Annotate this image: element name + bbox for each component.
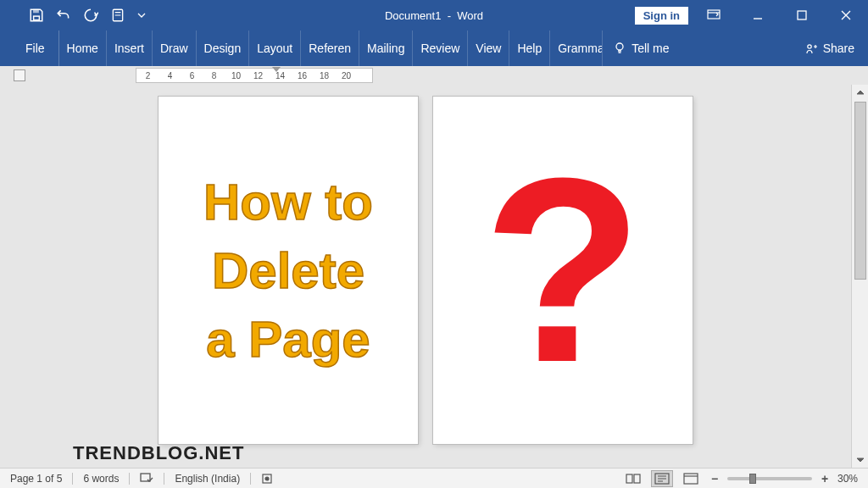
word-count[interactable]: 6 words [73,469,129,488]
ruler-marks: 2 4 6 8 10 12 14 16 18 20 [142,71,353,80]
undo-icon[interactable] [56,8,71,23]
scroll-thumb[interactable] [854,102,866,280]
web-layout-button[interactable] [680,470,702,487]
title-bar: Document1 - Word Sign in [0,0,868,30]
page1-line2: Delete [203,244,373,297]
zoom-in-button[interactable]: + [819,472,831,485]
horizontal-ruler[interactable]: 2 4 6 8 10 12 14 16 18 20 [136,68,373,83]
quick-access-toolbar [0,8,146,23]
chevron-down-icon[interactable] [137,8,146,23]
svg-rect-1 [34,9,39,12]
page1-line3: a Page [203,313,373,366]
zoom-slider[interactable] [727,477,812,480]
page1-text[interactable]: How to Delete a Page [203,160,373,381]
svg-point-9 [265,477,269,480]
status-right: − + 30% [622,470,868,487]
ribbon-tabs: File Home Insert Draw Design Layout Refe… [0,30,868,66]
vertical-scrollbar[interactable] [851,85,868,468]
page-1[interactable]: How to Delete a Page [159,97,418,444]
zoom-level[interactable]: 30% [837,473,858,485]
tell-me-label: Tell me [632,42,669,55]
read-mode-button[interactable] [622,470,644,487]
tab-file[interactable]: File [12,30,59,66]
macro-icon[interactable] [251,469,283,488]
tab-review[interactable]: Review [413,30,468,66]
tab-view[interactable]: View [468,30,509,66]
page-2[interactable]: ? [433,97,693,444]
word-app-window: Document1 - Word Sign in File Home Inser… [0,0,868,488]
document-area[interactable]: How to Delete a Page ? [0,85,851,468]
share-button[interactable]: Share [791,30,868,66]
tab-insert[interactable]: Insert [107,30,153,66]
svg-rect-11 [634,474,640,483]
minimize-button[interactable] [739,0,776,30]
ruler-area: 2 4 6 8 10 12 14 16 18 20 [0,66,868,85]
save-icon[interactable] [29,8,44,23]
status-bar: Page 1 of 5 6 words English (India) − [0,468,868,488]
tab-layout[interactable]: Layout [249,30,301,66]
title-right-controls: Sign in [635,0,868,30]
page-count[interactable]: Page 1 of 5 [0,469,72,488]
share-label: Share [823,42,854,55]
redo-icon[interactable] [83,8,98,23]
app-name: Word [457,9,483,22]
scroll-down-icon[interactable] [852,452,868,468]
tab-design[interactable]: Design [197,30,250,66]
svg-point-6 [807,45,810,48]
spellcheck-icon[interactable] [130,469,164,488]
svg-rect-4 [798,11,806,19]
ruler-corner[interactable] [14,69,25,81]
svg-point-5 [616,43,623,50]
print-layout-button[interactable] [651,470,673,487]
doc-name: Document1 [385,9,441,22]
qat-customize-icon[interactable] [110,8,125,23]
svg-rect-13 [684,474,698,484]
tab-help[interactable]: Help [509,30,550,66]
ribbon-display-options-icon[interactable] [695,0,732,30]
signin-button[interactable]: Sign in [635,7,688,25]
svg-rect-10 [626,474,632,483]
svg-rect-0 [34,16,40,20]
question-mark-glyph[interactable]: ? [482,158,643,382]
maximize-button[interactable] [783,0,821,30]
page1-line1: How to [203,175,373,229]
language-status[interactable]: English (India) [164,469,250,488]
close-button[interactable] [827,0,865,30]
zoom-slider-thumb[interactable] [749,474,756,484]
tab-grammar[interactable]: Gramma [550,30,603,66]
scroll-up-icon[interactable] [852,85,868,100]
tab-mailings[interactable]: Mailing [359,30,413,66]
zoom-out-button[interactable]: − [709,472,721,485]
tab-references[interactable]: Referen [301,30,359,66]
watermark-text: TRENDBLOG.NET [73,442,244,464]
tell-me-search[interactable]: Tell me [603,30,679,66]
tab-draw[interactable]: Draw [153,30,197,66]
tab-home[interactable]: Home [59,30,107,66]
